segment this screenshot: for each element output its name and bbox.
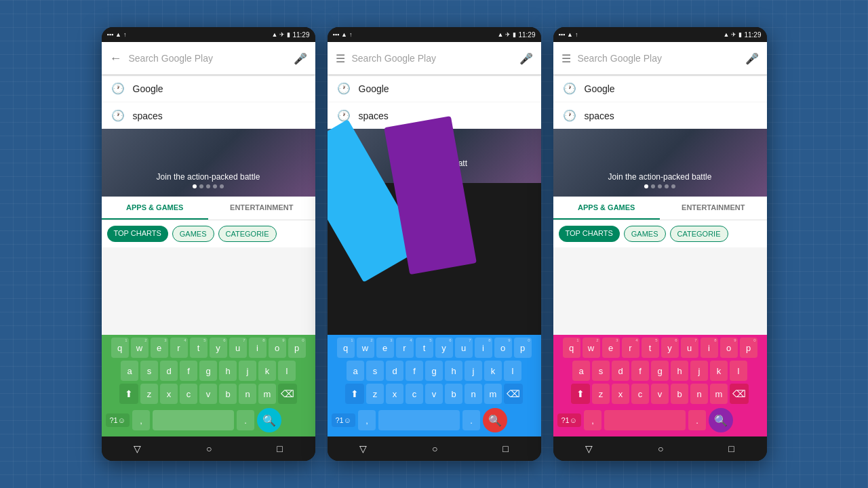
key-l-m[interactable]: l xyxy=(504,361,521,381)
key-q-m[interactable]: 1q xyxy=(337,338,355,358)
key-k-r[interactable]: k xyxy=(710,361,728,381)
key-s-r[interactable]: s xyxy=(592,361,610,381)
nav-recents-icon[interactable]: □ xyxy=(277,443,282,454)
search-button-keyboard-right[interactable]: 🔍 xyxy=(709,408,733,432)
search-bar-left[interactable]: ← Search Google Play 🎤 xyxy=(102,42,315,75)
key-n-r[interactable]: n xyxy=(690,384,708,404)
hamburger-icon-right[interactable]: ☰ xyxy=(561,52,571,65)
key-m[interactable]: m xyxy=(258,384,276,404)
key-y-r[interactable]: 6y xyxy=(661,338,679,358)
key-sym-middle[interactable]: ?1☺ xyxy=(332,413,355,427)
key-b-m[interactable]: b xyxy=(445,384,462,404)
key-c-r[interactable]: c xyxy=(631,384,649,404)
key-e[interactable]: 3e xyxy=(151,338,168,358)
nav-back-icon-r[interactable]: ▽ xyxy=(585,443,593,454)
key-t-m[interactable]: 5t xyxy=(416,338,433,358)
key-backspace-r[interactable]: ⌫ xyxy=(730,384,749,404)
key-h-r[interactable]: h xyxy=(671,361,688,381)
key-a-m[interactable]: a xyxy=(347,361,364,381)
key-i[interactable]: 8i xyxy=(249,338,267,358)
nav-back-icon-m[interactable]: ▽ xyxy=(359,443,367,454)
search-input-left[interactable]: Search Google Play xyxy=(129,53,287,64)
key-m-r[interactable]: m xyxy=(710,384,728,404)
back-arrow-icon[interactable]: ← xyxy=(110,52,122,66)
key-u-m[interactable]: 7u xyxy=(455,338,473,358)
key-e-r[interactable]: 3e xyxy=(602,338,620,358)
nav-home-icon-r[interactable]: ○ xyxy=(658,443,663,454)
key-j[interactable]: j xyxy=(239,361,256,381)
key-d-r[interactable]: d xyxy=(612,361,629,381)
nav-home-icon[interactable]: ○ xyxy=(206,443,212,454)
suggestion-spaces-middle[interactable]: 🕐 spaces xyxy=(328,102,541,129)
key-a[interactable]: a xyxy=(121,361,138,381)
chip-categories-right[interactable]: CATEGORIE xyxy=(670,226,728,242)
key-b-r[interactable]: b xyxy=(671,384,688,404)
key-p-r[interactable]: 0p xyxy=(740,338,757,358)
search-bar-middle[interactable]: ☰ Search Google Play 🎤 xyxy=(328,42,541,75)
nav-recents-icon-r[interactable]: □ xyxy=(728,443,734,454)
key-k[interactable]: k xyxy=(258,361,276,381)
key-i-r[interactable]: 8i xyxy=(701,338,718,358)
chip-top-charts-right[interactable]: TOP CHARTS xyxy=(559,226,620,242)
chip-categories-left[interactable]: CATEGORIE xyxy=(218,226,277,242)
tab-entertainment-right[interactable]: ENTERTAINMENT xyxy=(660,197,767,220)
key-backspace-m[interactable]: ⌫ xyxy=(504,384,523,404)
key-h[interactable]: h xyxy=(219,361,237,381)
key-o-m[interactable]: 9o xyxy=(494,338,512,358)
mic-icon-middle[interactable]: 🎤 xyxy=(519,52,533,65)
search-button-keyboard-left[interactable]: 🔍 xyxy=(257,408,281,432)
key-w[interactable]: 2w xyxy=(131,338,149,358)
key-z-m[interactable]: z xyxy=(366,384,384,404)
nav-back-icon[interactable]: ▽ xyxy=(134,443,141,454)
search-bar-right[interactable]: ☰ Search Google Play 🎤 xyxy=(553,42,767,75)
key-o[interactable]: 9o xyxy=(269,338,286,358)
key-space-m[interactable] xyxy=(378,410,460,430)
key-i-m[interactable]: 8i xyxy=(475,338,492,358)
key-backspace[interactable]: ⌫ xyxy=(278,384,297,404)
key-z-r[interactable]: z xyxy=(592,384,610,404)
key-sym-left[interactable]: ?1☺ xyxy=(106,413,130,427)
chip-top-charts-left[interactable]: TOP CHARTS xyxy=(107,226,168,242)
key-v-m[interactable]: v xyxy=(425,384,443,404)
key-comma-m[interactable]: , xyxy=(358,410,376,430)
key-r-m[interactable]: 4r xyxy=(396,338,414,358)
key-n-m[interactable]: n xyxy=(465,384,482,404)
suggestion-google-left[interactable]: 🕐 Google xyxy=(102,75,315,102)
key-m-m[interactable]: m xyxy=(484,384,502,404)
key-w-m[interactable]: 2w xyxy=(357,338,374,358)
key-w-r[interactable]: 2w xyxy=(583,338,600,358)
nav-recents-icon-m[interactable]: □ xyxy=(502,443,508,454)
tab-apps-right[interactable]: APPS & GAMES xyxy=(553,197,660,220)
suggestion-google-middle[interactable]: 🕐 Google xyxy=(328,75,541,102)
key-c[interactable]: c xyxy=(180,384,197,404)
key-x[interactable]: x xyxy=(160,384,178,404)
key-comma-r[interactable]: , xyxy=(584,410,601,430)
key-s[interactable]: s xyxy=(140,361,158,381)
key-k-m[interactable]: k xyxy=(484,361,502,381)
key-g-m[interactable]: g xyxy=(425,361,443,381)
hamburger-icon-middle[interactable]: ☰ xyxy=(336,52,345,65)
key-y[interactable]: 6y xyxy=(210,338,227,358)
suggestion-spaces-right[interactable]: 🕐 spaces xyxy=(553,102,767,129)
key-u-r[interactable]: 7u xyxy=(681,338,698,358)
key-g[interactable]: g xyxy=(199,361,217,381)
key-d[interactable]: d xyxy=(160,361,178,381)
key-g-r[interactable]: g xyxy=(651,361,669,381)
key-t-r[interactable]: 5t xyxy=(642,338,659,358)
key-shift-m[interactable]: ⬆ xyxy=(345,384,364,404)
key-h-m[interactable]: h xyxy=(445,361,462,381)
key-space[interactable] xyxy=(153,410,234,430)
key-j-r[interactable]: j xyxy=(690,361,708,381)
key-n[interactable]: n xyxy=(239,384,256,404)
key-j-m[interactable]: j xyxy=(465,361,482,381)
key-y-m[interactable]: 6y xyxy=(435,338,453,358)
key-r[interactable]: 4r xyxy=(170,338,188,358)
mic-icon-left[interactable]: 🎤 xyxy=(294,52,307,65)
tab-apps-left[interactable]: APPS & GAMES xyxy=(102,197,209,220)
key-f-r[interactable]: f xyxy=(631,361,649,381)
tab-entertainment-left[interactable]: ENTERTAINMENT xyxy=(208,197,315,220)
key-s-m[interactable]: s xyxy=(366,361,384,381)
key-f-m[interactable]: f xyxy=(406,361,423,381)
key-a-r[interactable]: a xyxy=(572,361,590,381)
nav-home-icon-m[interactable]: ○ xyxy=(432,443,437,454)
